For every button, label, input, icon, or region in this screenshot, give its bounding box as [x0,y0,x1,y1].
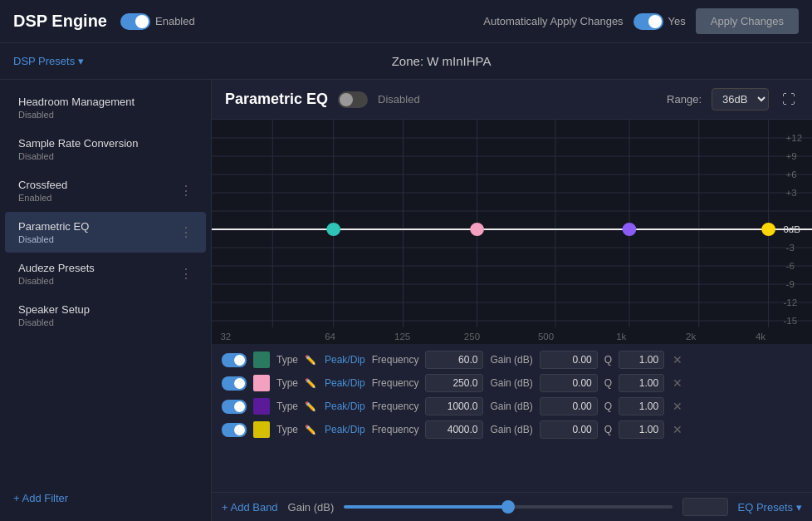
svg-text:64: 64 [325,332,335,342]
fullscreen-button[interactable]: ⛶ [779,89,799,111]
q-input-3[interactable] [619,420,664,439]
svg-point-23 [471,224,483,235]
eq-band-row: Type ✏️ Peak/Dip Frequency Gain (dB) Q ✕ [222,374,802,392]
pencil-icon: ✏️ [305,355,316,366]
eq-presets-button[interactable]: EQ Presets ▾ [738,501,802,514]
band-type-label: Type [276,424,298,435]
q-input-2[interactable] [619,397,664,415]
zone-title: Zone: W mInIHPA [392,54,492,68]
sidebar-item-name: Headroom Management [18,96,135,108]
sidebar-items: Headroom Management Disabled Sample Rate… [0,86,211,337]
dsp-engine-toggle[interactable] [120,13,150,30]
frequency-label: Frequency [372,377,419,389]
frequency-label: Frequency [372,354,419,366]
sidebar-item-status: Disabled [18,151,139,161]
band-toggle-1[interactable] [222,376,247,391]
sidebar-item-headroom-management[interactable]: Headroom Management Disabled [5,87,206,128]
frequency-input-2[interactable] [425,397,483,415]
band-delete-0[interactable]: ✕ [673,353,682,366]
gain-db-label: Gain (dB) [490,354,532,366]
sidebar-bottom: + Add Filter [0,482,211,514]
sidebar-item-status: Disabled [18,110,135,120]
range-label: Range: [667,93,702,106]
eq-band-row: Type ✏️ Peak/Dip Frequency Gain (dB) Q ✕ [222,351,802,369]
add-filter-button[interactable]: + Add Filter [13,492,198,504]
sidebar-item-status: Enabled [18,193,67,203]
svg-text:-3: -3 [786,243,795,253]
eq-bands-list: Type ✏️ Peak/Dip Frequency Gain (dB) Q ✕… [212,344,812,492]
band-toggle-3[interactable] [222,423,247,437]
band-color-3 [253,421,270,438]
gain-input-1[interactable] [540,374,598,392]
band-type-value-0[interactable]: Peak/Dip [325,354,365,366]
svg-rect-0 [212,120,812,344]
gain-label: Gain (dB) [288,501,335,514]
sidebar-item-speaker-setup[interactable]: Speaker Setup Disabled [5,295,206,336]
gain-db-label: Gain (dB) [490,401,532,412]
frequency-input-3[interactable] [425,420,483,439]
auto-apply-yes-label: Yes [668,15,686,27]
eq-toggle[interactable] [338,91,368,108]
auto-apply-label: Automatically Apply Changes [483,15,623,27]
sidebar-item-audeze-presets[interactable]: Audeze Presets Disabled ⋮ [5,253,206,294]
pencil-icon: ✏️ [305,425,316,435]
band-color-2 [253,398,270,415]
sidebar-item-status: Disabled [18,234,89,244]
band-type-label: Type [276,401,298,412]
band-toggle-0[interactable] [222,353,247,367]
q-label: Q [604,401,612,412]
sidebar-item-text: Speaker Setup Disabled [18,303,90,327]
sidebar-item-name: Audeze Presets [18,262,95,274]
eq-band-row: Type ✏️ Peak/Dip Frequency Gain (dB) Q ✕ [222,397,802,415]
band-color-0 [253,351,270,368]
dsp-engine-toggle-container: Enabled [120,13,195,30]
sidebar-item-sample-rate-conversion[interactable]: Sample Rate Conversion Disabled [5,129,206,170]
band-type-value-3[interactable]: Peak/Dip [325,424,365,435]
sidebar-item-menu-icon[interactable]: ⋮ [179,224,193,240]
frequency-input-1[interactable] [425,374,483,392]
eq-chart: +12 +9 +6 +3 0dB -3 -6 -9 -12 -15 32 64 … [212,120,812,344]
auto-apply-toggle[interactable] [633,13,663,30]
sidebar-item-menu-icon[interactable]: ⋮ [179,183,193,199]
sidebar-item-text: Parametric EQ Disabled [18,220,89,244]
eq-title: Parametric EQ [225,91,328,108]
sidebar-item-parametric-eq[interactable]: Parametric EQ Disabled ⋮ [5,212,206,253]
sidebar-item-name: Sample Rate Conversion [18,137,139,150]
add-band-button[interactable]: + Add Band [222,501,278,514]
gain-value-input[interactable]: 0.0 [682,498,728,516]
svg-text:125: 125 [394,332,410,342]
sidebar-item-text: Sample Rate Conversion Disabled [18,137,139,161]
q-input-1[interactable] [619,374,664,392]
svg-text:+3: +3 [786,188,797,198]
gain-input-3[interactable] [540,420,598,439]
sidebar-item-text: Headroom Management Disabled [18,96,135,120]
apply-changes-button[interactable]: Apply Changes [696,8,799,34]
frequency-input-0[interactable] [425,351,483,369]
dsp-presets-button[interactable]: DSP Presets ▾ [13,55,84,67]
sidebar-item-text: Crossfeed Enabled [18,179,67,203]
sidebar-item-crossfeed[interactable]: Crossfeed Enabled ⋮ [5,170,206,211]
band-delete-2[interactable]: ✕ [673,400,682,413]
band-type-value-2[interactable]: Peak/Dip [325,401,365,412]
band-delete-3[interactable]: ✕ [673,423,682,436]
q-input-0[interactable] [619,351,664,369]
content-area: Parametric EQ Disabled Range: 36dB 12dB … [212,80,812,521]
gain-input-2[interactable] [540,397,598,415]
band-type-value-1[interactable]: Peak/Dip [325,377,365,389]
sidebar-item-menu-icon[interactable]: ⋮ [179,266,193,282]
q-label: Q [604,377,612,389]
gain-input-0[interactable] [540,351,598,369]
gain-db-label: Gain (dB) [490,377,532,389]
pencil-icon: ✏️ [305,401,316,412]
svg-text:-9: -9 [786,279,795,289]
sidebar-item-name: Speaker Setup [18,303,90,316]
svg-text:500: 500 [538,332,554,342]
main-layout: Headroom Management Disabled Sample Rate… [0,80,812,521]
band-delete-1[interactable]: ✕ [673,376,682,390]
gain-slider[interactable] [344,505,672,509]
svg-text:1k: 1k [616,332,627,342]
svg-text:32: 32 [220,332,231,342]
svg-text:-12: -12 [783,297,797,307]
band-toggle-2[interactable] [222,400,247,414]
range-select[interactable]: 36dB 12dB 24dB 48dB [712,88,769,111]
